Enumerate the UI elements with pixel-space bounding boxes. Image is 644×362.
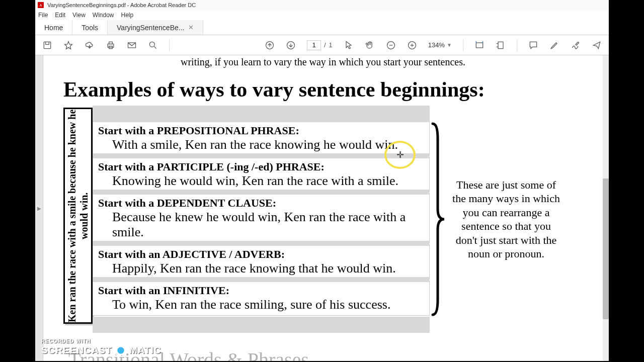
- example-label: Start with a DEPENDENT CLAUSE:: [98, 197, 424, 210]
- svg-point-7: [149, 42, 154, 47]
- scrollbar-thumb[interactable]: [603, 178, 609, 319]
- example-label: Start with an INFINITIVE:: [98, 284, 424, 297]
- example-block: Start with a PARTICIPLE (-ing /-ed) PHRA…: [93, 157, 430, 192]
- document-viewport: ▶ writing, if you learn to vary the way …: [35, 55, 603, 361]
- example-sentence: Happily, Ken ran the race knowing that h…: [112, 261, 424, 276]
- menu-file[interactable]: File: [38, 12, 48, 19]
- base-sentence-box: Ken ran the race with a smile because he…: [63, 108, 93, 324]
- example-label: Start with a PREPOSITIONAL PHRASE:: [98, 124, 424, 137]
- chevron-right-icon: ▶: [37, 206, 41, 211]
- close-icon[interactable]: ✕: [188, 24, 194, 31]
- toolbar-divider: [169, 39, 170, 51]
- examples-column: Start with a PREPOSITIONAL PHRASE: With …: [93, 106, 430, 333]
- star-icon[interactable]: [63, 40, 73, 50]
- app-window: A VaryingSentenceBeginnings.pdf - Adobe …: [35, 0, 609, 361]
- example-label: Start with an ADJECTIVE / ADVERB:: [98, 248, 424, 261]
- watermark-top: RECORDED WITH: [41, 338, 162, 344]
- example-block: Start with an ADJECTIVE / ADVERB: Happil…: [93, 244, 430, 280]
- watermark: RECORDED WITH SCREENCAST MATIC: [41, 338, 162, 357]
- search-icon[interactable]: [148, 40, 158, 50]
- page-content[interactable]: writing, if you learn to vary the way in…: [43, 55, 603, 361]
- highlight-icon[interactable]: [549, 40, 559, 50]
- tab-document-label: VaryingSentenceBe...: [117, 24, 184, 32]
- base-sentence: Ken ran the race with a smile because he…: [66, 109, 90, 322]
- sidebar-toggle[interactable]: ▶: [35, 55, 43, 361]
- menu-view[interactable]: View: [72, 12, 86, 19]
- example-sentence: With a smile, Ken ran the race knowing h…: [112, 137, 424, 152]
- example-sentence: Because he knew he would win, Ken ran th…: [112, 210, 424, 240]
- svg-text:A: A: [40, 4, 42, 7]
- sign-icon[interactable]: [571, 40, 581, 50]
- page-separator: /: [324, 41, 326, 49]
- svg-rect-12: [476, 43, 482, 48]
- example-block: Start with a DEPENDENT CLAUSE: Because h…: [93, 193, 430, 243]
- menu-window[interactable]: Window: [93, 12, 114, 19]
- page-down-icon[interactable]: [286, 40, 296, 50]
- page-total: 1: [329, 41, 333, 49]
- comment-icon[interactable]: [528, 40, 538, 50]
- pdf-icon: A: [37, 2, 44, 9]
- share-icon[interactable]: [592, 40, 602, 50]
- hand-icon[interactable]: [365, 40, 375, 50]
- example-sentence: Knowing he would win, Ken ran the race w…: [112, 173, 424, 189]
- section-heading: Examples of ways to vary sentence beginn…: [63, 77, 588, 102]
- footer-text: Another way to keep your writing fluent …: [329, 360, 560, 361]
- tab-document[interactable]: VaryingSentenceBe... ✕: [108, 20, 203, 35]
- toolbar-divider: [517, 39, 517, 51]
- zoom-level[interactable]: 134% ▼: [428, 41, 452, 49]
- menu-edit[interactable]: Edit: [55, 12, 65, 19]
- watermark-logo-icon: [114, 344, 127, 357]
- titlebar: A VaryingSentenceBeginnings.pdf - Adobe …: [35, 0, 609, 10]
- page-number-input[interactable]: [307, 40, 321, 50]
- example-block: Start with an INFINITIVE: To win, Ken ra…: [93, 281, 430, 316]
- vertical-scrollbar[interactable]: [603, 55, 609, 361]
- mail-icon[interactable]: [127, 40, 137, 50]
- cursor-icon[interactable]: [344, 40, 354, 50]
- svg-rect-3: [108, 44, 114, 47]
- svg-rect-13: [498, 42, 503, 48]
- fit-page-icon[interactable]: [496, 40, 506, 50]
- zoom-out-icon[interactable]: [386, 40, 396, 50]
- cloud-icon[interactable]: [85, 40, 95, 50]
- example-label: Start with a PARTICIPLE (-ing /-ed) PHRA…: [98, 160, 424, 173]
- side-note: These are just some of the many ways in …: [448, 106, 565, 333]
- svg-rect-2: [44, 42, 50, 48]
- example-sentence: To win, Ken ran the race smiling, sure o…: [112, 297, 424, 312]
- toolbar: / 1 134% ▼: [35, 35, 609, 55]
- page-up-icon[interactable]: [265, 40, 275, 50]
- chevron-down-icon: ▼: [447, 42, 452, 48]
- tab-tools[interactable]: Tools: [72, 20, 108, 35]
- brace-icon: [428, 106, 448, 333]
- watermark-left: SCREENCAST: [41, 345, 112, 356]
- watermark-right: MATIC: [129, 345, 162, 356]
- menu-help[interactable]: Help: [121, 12, 134, 19]
- tab-home[interactable]: Home: [35, 20, 72, 35]
- toolbar-divider: [463, 39, 463, 51]
- tabbar: Home Tools VaryingSentenceBe... ✕: [35, 20, 609, 35]
- fit-width-icon[interactable]: [474, 40, 485, 50]
- zoom-in-icon[interactable]: [407, 40, 417, 50]
- menubar: File Edit View Window Help: [35, 10, 609, 20]
- save-icon[interactable]: [42, 40, 52, 50]
- window-title: VaryingSentenceBeginnings.pdf - Adobe Ac…: [47, 2, 196, 8]
- print-icon[interactable]: [106, 40, 116, 50]
- intro-text: writing, if you learn to vary the way in…: [58, 55, 588, 68]
- example-block: Start with a PREPOSITIONAL PHRASE: With …: [93, 121, 430, 156]
- svg-rect-4: [109, 42, 113, 44]
